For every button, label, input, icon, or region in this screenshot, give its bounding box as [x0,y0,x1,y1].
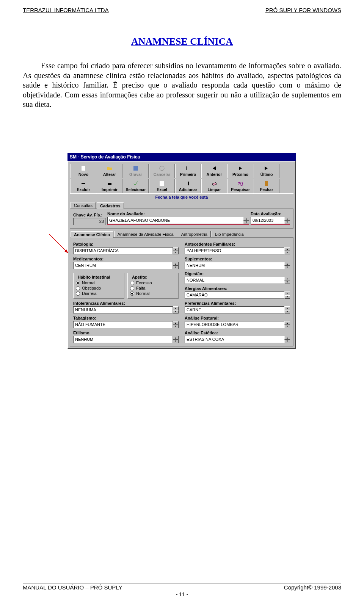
intoler-field[interactable]: NENHUMA [73,306,173,313]
nosign-icon [149,165,174,172]
tab-bio-impedância[interactable]: Bio Impedância [212,231,247,237]
apetite-option-label: Normal [136,291,149,296]
data-stepper[interactable]: ▲▼ [284,217,290,224]
nome-field[interactable]: GRAZIELA AFONSO CARBONE [107,217,243,224]
suplementos-stepper[interactable]: ▲▼ [284,262,290,269]
tab-anamnese-da-atividade-física[interactable]: Anamnese da Atividade Física [114,231,177,237]
toolbar-imprimir-button[interactable]: Imprimir [97,179,122,193]
tab-cadastros[interactable]: Cadastros [97,202,124,209]
file-icon [71,165,96,172]
svg-rect-2 [82,166,85,171]
apetite-option[interactable]: Excesso [130,280,176,285]
habito-option-label: Diarréia [82,291,97,296]
alergias-field[interactable]: CAMARÃO [185,292,284,299]
minus-icon [71,180,96,187]
nome-stepper[interactable]: ▲▼ [243,217,249,224]
toolbar-button-label: Excluir [77,187,90,192]
toolbar-excel-button[interactable]: XExcel [149,179,175,193]
digestao-stepper[interactable]: ▲▼ [284,277,290,284]
toolbar-cancelar-button: Cancelar [149,164,175,178]
plus-icon [176,180,201,187]
patologia-field[interactable]: DISRITMIA CARDÍACA [73,247,173,254]
estetica-label: Análise Estética: [185,331,290,335]
suplementos-label: Suplementos: [185,257,290,261]
tab-antropometria[interactable]: Antropometria [178,231,211,237]
record-header-panel: Chave Av. Fís.: 23 Nome do Avaliado: GRA… [70,209,293,229]
header-left: TERRAZUL INFORMÁTICA LTDA [23,7,109,13]
suplementos-field[interactable]: NENHUM [185,262,284,269]
postural-label: Análise Postural: [185,316,290,320]
prefer-stepper[interactable]: ▲▼ [284,306,290,313]
folder-icon [97,165,122,172]
etilismo-field[interactable]: NENHUM [73,336,173,343]
tab-anamnese-clínica[interactable]: Anamnese Clínica [71,231,113,238]
antecedentes-field[interactable]: PAI HIPERTENSO [185,247,284,254]
prefer-field[interactable]: CARNE [185,306,284,313]
patologia-label: Patologia: [73,242,179,246]
radio-icon [130,286,134,290]
toolbar-novo-button[interactable]: Novo [71,164,96,178]
apetite-option[interactable]: Normal [130,291,176,296]
toolbar-adicionar-button[interactable]: Adicionar [175,179,201,193]
toolbar-button-label: Selecionar [126,187,146,192]
radio-icon [76,281,80,285]
check-icon [123,180,148,187]
intoler-stepper[interactable]: ▲▼ [173,306,179,313]
habito-legend: Hábito Intestinal [77,275,111,279]
toolbar-row-2: ExcluirImprimirSelecionarXExcelAdicionar… [70,178,293,193]
tabs-main: ConsultasCadastros [70,201,293,209]
prev-icon [202,165,227,172]
svg-marker-10 [239,166,242,170]
toolbar-último-button[interactable]: Último [254,164,279,178]
toolbar-anterior-button[interactable]: Anterior [201,164,227,178]
habito-option[interactable]: Diarréia [76,291,122,296]
intoler-label: Intolerâncias Alimentares: [73,301,179,306]
toolbar-excluir-button[interactable]: Excluir [71,179,96,193]
antecedentes-label: Antecedentes Familiares: [185,242,290,246]
svg-text:?{}: ?{} [238,182,243,186]
estetica-stepper[interactable]: ▲▼ [284,336,290,343]
toolbar-limpar-button[interactable]: Limpar [201,179,227,193]
digestao-field[interactable]: NORMAL [185,277,284,284]
toolbar-próximo-button[interactable]: Próximo [228,164,253,178]
chave-field: 23 [73,218,106,225]
tab-consultas[interactable]: Consultas [71,202,96,208]
toolbar-selecionar-button[interactable]: Selecionar [123,179,149,193]
alergias-stepper[interactable]: ▲▼ [284,292,290,299]
header-right: PRÓ SUPLY FOR WINDOWS [265,7,341,13]
print-icon [97,180,122,187]
apetite-option[interactable]: Falta [130,285,176,291]
svg-rect-7 [186,166,187,170]
page-title: ANAMNESE CLÍNICA [23,36,341,47]
postural-field[interactable]: HIPERLORDOSE LOMBAR [185,321,284,328]
antecedentes-stepper[interactable]: ▲▼ [284,247,290,254]
toolbar-primeiro-button[interactable]: Primeiro [175,164,201,178]
medicamentos-stepper[interactable]: ▲▼ [173,262,179,269]
habito-option[interactable]: Normal [76,280,122,285]
toolbar-button-label: Anterior [207,172,222,177]
status-hint: Fecha a tela que você está [70,193,293,201]
postural-stepper[interactable]: ▲▼ [284,321,290,328]
svg-rect-14 [108,183,111,185]
habito-option[interactable]: Obstipado [76,285,122,291]
toolbar-pesquisar-button[interactable]: ?{}Pesquisar [228,179,253,193]
search-icon: ?{} [228,180,253,187]
medicamentos-field[interactable]: CENTRUM [73,262,173,269]
tabs-sub: Anamnese ClínicaAnamnese da Atividade Fí… [70,230,293,238]
habito-option-label: Normal [82,281,95,285]
excel-icon: X [149,180,174,187]
data-field[interactable]: 09/12/2003 [251,217,284,224]
tabagismo-stepper[interactable]: ▲▼ [173,321,179,328]
toolbar-fechar-button[interactable]: Fechar [254,179,279,193]
etilismo-stepper[interactable]: ▲▼ [173,336,179,343]
tabagismo-field[interactable]: NÃO FUMANTE [73,321,173,328]
toolbar-alterar-button[interactable]: Alterar [97,164,122,178]
body-paragraph: Esse campo foi criado para oferecer subs… [23,61,341,110]
nome-label: Nome do Avaliado: [107,212,249,216]
estetica-field[interactable]: ESTRIAS NA COXA [185,336,284,343]
toolbar-button-label: Alterar [103,172,116,177]
annotation-arrow [48,234,71,256]
alergias-label: Alergias Alimentares: [185,286,290,291]
patologia-stepper[interactable]: ▲▼ [173,247,179,254]
svg-line-0 [49,234,68,253]
